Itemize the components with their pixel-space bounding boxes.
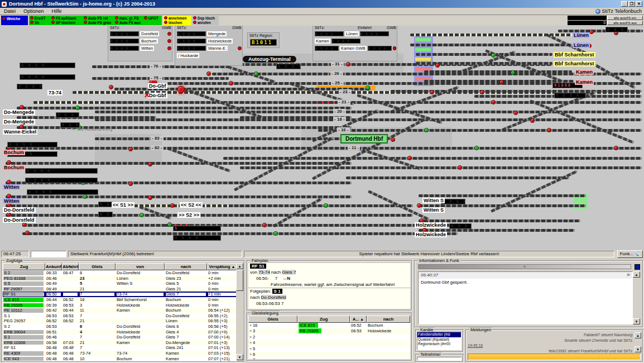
track-segment[interactable] xyxy=(17,107,352,109)
track-segment[interactable] xyxy=(419,194,586,197)
signal-red[interactable] xyxy=(435,63,440,68)
gleisbelegung-table[interactable]: GleisZugA... ▲nach»16ICE 81506:52Bochum»… xyxy=(248,316,410,359)
gwb-lamp-icon[interactable] xyxy=(167,39,171,43)
train-row[interactable]: S 106:467Do-DorstfeldGleis 707:00 (+14) xyxy=(3,335,237,340)
track-segment[interactable] xyxy=(223,157,642,160)
fahrplan-to[interactable]: Gleis 7 xyxy=(282,270,296,275)
track-segment[interactable] xyxy=(416,53,552,56)
track-segment[interactable] xyxy=(6,162,352,165)
fs-button[interactable]: ErsGT xyxy=(29,16,50,20)
signal-red[interactable] xyxy=(346,62,350,66)
column-header[interactable]: nach xyxy=(165,263,207,270)
column-header[interactable]: nach xyxy=(367,316,410,323)
signal-red[interactable] xyxy=(25,231,30,235)
gleis-row[interactable]: »6 xyxy=(248,352,410,357)
info-scrollbar[interactable]: ▲ ▼ xyxy=(633,271,640,324)
track-segment[interactable] xyxy=(22,224,458,227)
track-segment[interactable] xyxy=(6,147,642,150)
funk-button[interactable]: Funk... 📡 xyxy=(617,250,643,258)
menu-optionen[interactable]: Optionen xyxy=(20,8,48,14)
signal-red[interactable] xyxy=(128,147,133,151)
gleis-row[interactable]: »3RB 2930506:53Holzwickede xyxy=(248,328,410,334)
signal-red[interactable] xyxy=(229,81,233,85)
gleis-row[interactable]: »2 xyxy=(248,335,410,340)
command-input[interactable] xyxy=(31,251,66,257)
scroll-up-icon[interactable]: ▲ xyxy=(236,263,243,269)
train-badge[interactable]: RF S1 xyxy=(250,264,266,269)
train-row[interactable]: RB 2930506:3906:533HolzwickedeHolzwicked… xyxy=(3,303,237,308)
signal-red[interactable] xyxy=(430,90,434,94)
track-diagonal[interactable] xyxy=(139,206,171,219)
train-row[interactable]: ERB 3900406:514HolzwickedeGleis 407:00 (… xyxy=(3,329,237,335)
track-segment[interactable] xyxy=(240,166,642,169)
column-header[interactable]: Ankunft xyxy=(45,263,62,270)
signal-red[interactable] xyxy=(7,160,11,165)
column-header[interactable]: Abfahrt xyxy=(62,263,79,270)
track-diagonal[interactable] xyxy=(530,99,634,144)
gleis-row[interactable]: »4 xyxy=(248,340,410,346)
channel-item[interactable]: Regionsraum (#rr00 xyxy=(417,342,461,347)
maximize-button[interactable]: ❐ xyxy=(628,1,635,7)
close-button[interactable]: ✕ xyxy=(636,1,642,7)
signal-red[interactable] xyxy=(20,125,24,129)
column-header[interactable]: A... ▲ xyxy=(350,316,367,323)
column-header[interactable]: von xyxy=(116,263,165,270)
column-header[interactable]: Verspätung ▲ xyxy=(207,263,237,270)
scroll-up-icon[interactable]: ▲ xyxy=(633,271,640,278)
signal-red[interactable] xyxy=(177,86,185,93)
signal-red[interactable] xyxy=(7,194,11,198)
signal-red[interactable] xyxy=(417,203,421,208)
signal-green[interactable] xyxy=(254,71,258,76)
flag-icon[interactable]: ⚑ xyxy=(626,273,630,278)
track-segment[interactable] xyxy=(6,214,413,217)
track-icon[interactable]: » xyxy=(249,335,253,339)
folge-nach[interactable]: Do-Dorstfeld xyxy=(261,295,286,300)
fahrplan-from[interactable]: 73-74 xyxy=(258,270,270,275)
track-diagonal[interactable] xyxy=(167,147,230,173)
signal-green[interactable] xyxy=(511,70,515,75)
track-icon[interactable]: » xyxy=(249,329,253,333)
signal-green[interactable] xyxy=(491,53,496,58)
teilnehmer-list[interactable] xyxy=(417,357,462,361)
track-segment[interactable] xyxy=(33,101,100,104)
gleis-row[interactable]: »7 xyxy=(248,357,410,359)
track-segment[interactable] xyxy=(318,129,642,132)
signal-red[interactable] xyxy=(547,128,551,132)
dsp-button[interactable]: Dsp lösch xyxy=(192,16,219,20)
signal-red[interactable] xyxy=(491,100,496,104)
train-row[interactable]: ERB 1030606:5807:0321KamenDo-Mengede07:0… xyxy=(3,340,237,346)
chat-input[interactable] xyxy=(468,354,641,360)
train-row[interactable]: S 506:495Witten SGleis 50 min xyxy=(3,281,237,286)
zugfolge-scrollbar[interactable]: ▲ ▼ xyxy=(236,263,243,360)
zugfolge-table[interactable]: ZugAnkunftAbfahrtGleisvonnachVerspätung … xyxy=(3,263,237,361)
scrollbar-thumb[interactable] xyxy=(236,270,243,291)
signal-red[interactable] xyxy=(407,156,412,160)
column-header[interactable]: Gleis xyxy=(248,316,297,323)
scroll-up-icon[interactable]: ▲ xyxy=(635,332,641,338)
signal-red[interactable] xyxy=(513,111,518,115)
signal-red[interactable] xyxy=(480,90,484,94)
track-segment[interactable] xyxy=(313,101,335,104)
scroll-down-icon[interactable]: ▼ xyxy=(236,354,243,360)
signal-red[interactable] xyxy=(109,85,113,89)
signal-red[interactable] xyxy=(262,223,267,227)
fs-button[interactable]: Auto FS aus xyxy=(114,20,143,25)
track-segment[interactable] xyxy=(410,44,572,46)
signal-green[interactable] xyxy=(75,106,80,110)
signal-green[interactable] xyxy=(424,128,429,132)
gwb-lamp-icon[interactable] xyxy=(167,32,171,36)
train-row[interactable]: ICE 81506:4406:5216Bbf ScharnhorstBochum… xyxy=(3,297,237,303)
train-row[interactable]: S 206:536Do-DorstfeldGleis 606:58 (+5) xyxy=(3,324,237,329)
signal-green[interactable] xyxy=(474,146,479,150)
folge-train-badge[interactable]: S 1 xyxy=(272,289,282,294)
gwb-lamp-icon[interactable] xyxy=(393,46,396,50)
track-segment[interactable] xyxy=(391,90,642,93)
train-row[interactable]: RF 2905706:4921Gleis 210 min xyxy=(3,286,237,292)
signal-red[interactable] xyxy=(206,71,211,76)
track-segment[interactable] xyxy=(95,118,642,121)
kanaele-list[interactable]: Fahrdienstleiter (#stQuassel (#quassel)R… xyxy=(417,332,462,350)
track-icon[interactable]: » xyxy=(249,341,253,345)
fs-button[interactable]: UFGT xyxy=(143,16,161,20)
fs-button[interactable]: Auto FS rot xyxy=(83,16,114,20)
signal-green[interactable] xyxy=(140,213,144,217)
